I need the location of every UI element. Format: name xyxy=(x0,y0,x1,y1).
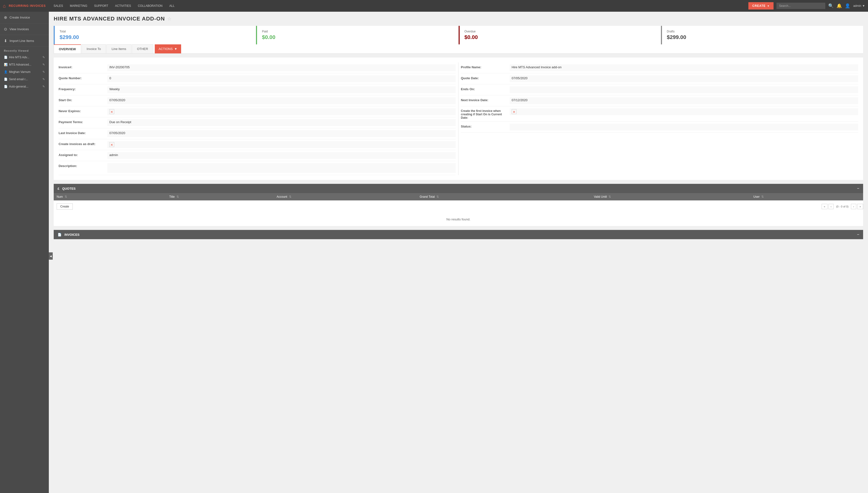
create-button[interactable]: CREATE ▼ xyxy=(748,2,773,9)
user-menu[interactable]: admin ▼ xyxy=(853,4,865,7)
quotes-next-page-button[interactable]: › xyxy=(851,204,856,209)
invoices-table-header: 📄 INVOICES − xyxy=(54,230,863,239)
field-create-as-draft: Create invoices as draft: ✕ xyxy=(59,139,456,150)
stat-total: Total $299.00 xyxy=(54,26,256,44)
field-profile-name: Profile Name: Hire MTS Advanced Invoice … xyxy=(461,62,858,73)
quotes-last-page-button[interactable]: » xyxy=(857,204,863,209)
recently-viewed-label: Recently Viewed xyxy=(0,47,49,53)
quotes-icon: £ xyxy=(58,187,59,190)
sort-grand-total-icon[interactable]: ⇅ xyxy=(437,195,439,198)
sidebar: ⊕ Create Invoice ⊙ View Invoices ⬇ Impor… xyxy=(0,12,49,493)
recent-person-icon-2: 👤 xyxy=(4,70,7,73)
overdue-label: Overdue xyxy=(465,30,656,33)
quotes-collapse-button[interactable]: − xyxy=(857,186,859,191)
form-left-column: Invoice#: INV-20200705 Quote Number: 0 F… xyxy=(59,62,459,175)
field-next-invoice-date: Next Invoice Date: 07/12/2020 xyxy=(461,95,858,106)
total-value: $299.00 xyxy=(60,34,251,41)
sort-valid-until-icon[interactable]: ⇅ xyxy=(608,195,611,198)
field-start-on: Start On: 07/05/2020 xyxy=(59,95,456,106)
top-navigation: ⌂ RECURRING INVOICES SALES MARKETING SUP… xyxy=(0,0,868,12)
recent-item-3[interactable]: 📄 Send email r... ✎ xyxy=(0,76,49,83)
nav-marketing[interactable]: MARKETING xyxy=(67,0,90,12)
col-grand-total: Grand Total ⇅ xyxy=(417,193,591,200)
favorite-star-icon[interactable]: ☆ xyxy=(167,16,171,22)
recent-chart-icon-1: 📊 xyxy=(4,63,7,66)
stat-paid: Paid $0.00 xyxy=(256,26,459,44)
quotes-create-button[interactable]: Create xyxy=(57,203,73,210)
search-icon[interactable]: 🔍 xyxy=(828,3,833,8)
col-valid-until: Valid Until ⇅ xyxy=(591,193,751,200)
recent-item-2[interactable]: 👤 Meghan Varnum ✎ xyxy=(0,68,49,76)
sidebar-collapse-button[interactable]: ◀ xyxy=(49,252,53,260)
edit-icon-0[interactable]: ✎ xyxy=(42,56,45,59)
quotes-table: Num ⇅ Title ⇅ Account ⇅ Grand Total xyxy=(54,193,863,200)
quotes-prev-page-button[interactable]: ‹ xyxy=(828,204,834,209)
col-user: User ⇅ xyxy=(751,193,863,200)
field-invoice-num: Invoice#: INV-20200705 xyxy=(59,62,456,73)
recent-item-4[interactable]: 📄 Auto-generat... ✎ xyxy=(0,83,49,90)
nav-all[interactable]: ALL xyxy=(166,0,178,12)
overview-form: Invoice#: INV-20200705 Quote Number: 0 F… xyxy=(54,58,863,180)
col-account: Account ⇅ xyxy=(274,193,417,200)
col-num: Num ⇅ xyxy=(54,193,166,200)
tab-other[interactable]: OTHER xyxy=(132,44,153,53)
col-title: Title ⇅ xyxy=(166,193,274,200)
nav-sales[interactable]: SALES xyxy=(51,0,66,12)
quotes-pagination: « ‹ (0 - 0 of 0) › » xyxy=(822,204,863,209)
never-expires-checkbox[interactable]: ✕ xyxy=(109,109,114,114)
quotes-table-section: £ QUOTES − Num ⇅ Title ⇅ xyxy=(54,184,863,226)
nav-collaboration[interactable]: COLLABORATION xyxy=(135,0,165,12)
sidebar-item-view-invoices[interactable]: ⊙ View Invoices xyxy=(0,23,49,35)
home-icon[interactable]: ⌂ xyxy=(3,3,6,9)
edit-icon-3[interactable]: ✎ xyxy=(42,78,45,81)
nav-activities[interactable]: ACTIVITIES xyxy=(112,0,134,12)
field-status: Status: xyxy=(461,122,858,133)
search-input[interactable] xyxy=(776,3,825,9)
field-quote-number: Quote Number: 0 xyxy=(59,73,456,84)
tab-overview[interactable]: OVERVIEW xyxy=(54,44,81,53)
sidebar-item-import-line-items[interactable]: ⬇ Import Line Items xyxy=(0,35,49,47)
user-avatar-icon[interactable]: 👤 xyxy=(845,3,850,8)
sort-num-icon[interactable]: ⇅ xyxy=(65,195,67,198)
tab-invoice-to[interactable]: Invoice To xyxy=(82,44,106,53)
notifications-icon[interactable]: 🔔 xyxy=(836,3,842,8)
recent-doc-icon-0: 📄 xyxy=(4,56,7,59)
stat-overdue: Overdue $0.00 xyxy=(459,26,661,44)
field-last-invoice-date: Last Invoice Date: 07/05/2020 xyxy=(59,128,456,139)
quotes-first-page-button[interactable]: « xyxy=(822,204,827,209)
sort-user-icon[interactable]: ⇅ xyxy=(761,195,764,198)
tabs-bar: OVERVIEW Invoice To Line Items OTHER ACT… xyxy=(54,44,863,53)
sort-account-icon[interactable]: ⇅ xyxy=(289,195,291,198)
edit-icon-2[interactable]: ✎ xyxy=(42,70,45,73)
page-header: HIRE MTS ADVANCED INVOICE ADD-ON ☆ xyxy=(54,16,863,22)
form-right-column: Profile Name: Hire MTS Advanced Invoice … xyxy=(459,62,858,175)
tab-actions[interactable]: ACTIONS ▼ xyxy=(155,44,181,53)
paid-label: Paid xyxy=(262,30,453,33)
import-icon: ⬇ xyxy=(4,39,7,43)
brand-label: RECURRING INVOICES xyxy=(9,4,46,7)
recent-doc-icon-3: 📄 xyxy=(4,78,7,81)
sort-title-icon[interactable]: ⇅ xyxy=(177,195,179,198)
paid-value: $0.00 xyxy=(262,34,453,41)
user-caret-icon: ▼ xyxy=(862,4,865,7)
recent-doc-icon-4: 📄 xyxy=(4,85,7,88)
edit-icon-1[interactable]: ✎ xyxy=(42,63,45,66)
create-as-draft-checkbox[interactable]: ✕ xyxy=(109,142,114,147)
tab-line-items[interactable]: Line Items xyxy=(106,44,131,53)
recent-item-1[interactable]: 📊 MTS Advanced... ✎ xyxy=(0,61,49,68)
invoices-collapse-button[interactable]: − xyxy=(857,232,859,237)
create-first-invoice-checkbox[interactable]: ✕ xyxy=(512,109,517,114)
stats-row: Total $299.00 Paid $0.00 Overdue $0.00 D… xyxy=(54,26,863,44)
invoices-table-section: 📄 INVOICES − xyxy=(54,230,863,239)
sidebar-item-create-invoice[interactable]: ⊕ Create Invoice xyxy=(0,12,49,23)
nav-support[interactable]: SUPPORT xyxy=(91,0,111,12)
recent-item-0[interactable]: 📄 Hire MTS Adv... ✎ xyxy=(0,53,49,61)
invoices-icon: 📄 xyxy=(58,233,61,236)
create-caret-icon: ▼ xyxy=(767,5,770,7)
plus-circle-icon: ⊕ xyxy=(4,15,7,20)
quotes-table-header: £ QUOTES − xyxy=(54,184,863,193)
actions-caret-icon: ▼ xyxy=(174,47,177,51)
field-never-expires: Never Expires: ✕ xyxy=(59,106,456,117)
drafts-value: $299.00 xyxy=(667,34,858,41)
edit-icon-4[interactable]: ✎ xyxy=(42,85,45,88)
